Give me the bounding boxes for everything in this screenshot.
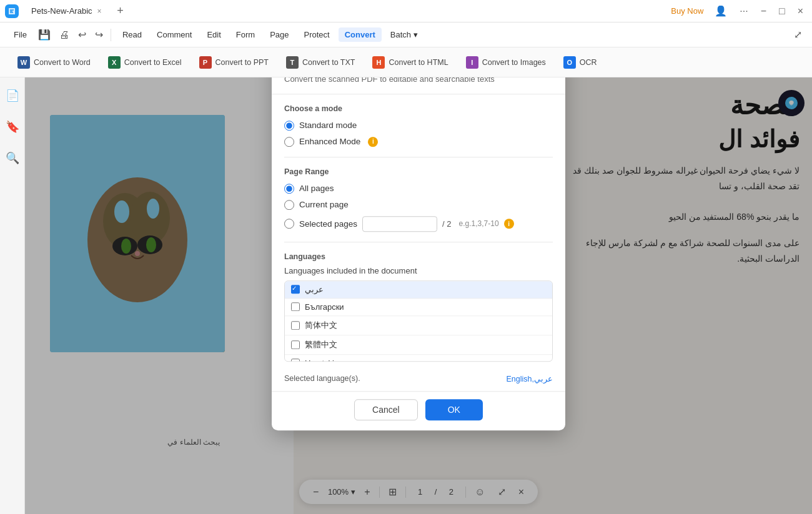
- menu-convert[interactable]: Convert: [339, 27, 382, 42]
- convert-to-excel-button[interactable]: X Convert to Excel: [101, 52, 189, 72]
- user-icon[interactable]: 👤: [711, 4, 731, 18]
- enhanced-mode-option[interactable]: Enhanced Mode i: [284, 137, 553, 147]
- sidebar-bookmarks-icon[interactable]: 🔖: [2, 116, 23, 137]
- minimize-button[interactable]: −: [757, 4, 770, 18]
- excel-icon: X: [108, 56, 121, 69]
- convert-html-label: Convert to HTML: [389, 58, 448, 67]
- save-icon[interactable]: 💾: [36, 26, 53, 43]
- menu-edit[interactable]: Edit: [201, 27, 227, 42]
- enhanced-mode-radio[interactable]: [284, 137, 294, 147]
- word-icon: W: [17, 56, 30, 69]
- lang-item-traditional-chinese[interactable]: 繁體中文: [285, 335, 552, 355]
- redo-icon[interactable]: ↪: [92, 26, 106, 43]
- arabic-checkbox[interactable]: [291, 285, 300, 294]
- convert-to-images-button[interactable]: I Convert to Images: [458, 52, 553, 72]
- page-range-section-label: Page Range: [284, 167, 553, 176]
- selected-pages-row: Selected pages / 2 e.g.1,3,7-10 i: [284, 216, 553, 232]
- expand-view-icon[interactable]: ⤢: [791, 26, 805, 43]
- ocr-icon: O: [563, 56, 576, 69]
- standard-mode-option[interactable]: Standard mode: [284, 121, 553, 131]
- html-icon: H: [372, 56, 385, 69]
- traditional-chinese-label: 繁體中文: [305, 339, 337, 350]
- selected-pages-radio[interactable]: [284, 219, 294, 229]
- ocr-label: OCR: [580, 58, 597, 67]
- current-page-radio[interactable]: [284, 200, 294, 210]
- current-page-label: Current page: [299, 200, 349, 209]
- enhanced-mode-label: Enhanced Mode: [299, 137, 360, 146]
- maximize-button[interactable]: □: [775, 4, 789, 18]
- convert-images-label: Convert to Images: [482, 58, 546, 67]
- languages-included-label: Languages included in the document: [284, 266, 553, 275]
- languages-section: Languages Languages included in the docu…: [284, 252, 553, 362]
- convert-toolbar: W Convert to Word X Convert to Excel P C…: [0, 47, 812, 77]
- lang-item-simplified-chinese[interactable]: 简体中文: [285, 316, 552, 335]
- page-range-input[interactable]: [362, 216, 437, 232]
- close-window-button[interactable]: ×: [794, 4, 807, 18]
- main-content: 📄 🔖 🔍: [0, 77, 812, 514]
- lang-item-arabic[interactable]: عربي: [285, 281, 552, 299]
- arabic-label: عربي: [305, 285, 324, 294]
- page-example-hint: e.g.1,3,7-10: [459, 219, 499, 228]
- simplified-chinese-checkbox[interactable]: [291, 321, 300, 330]
- buy-now-link[interactable]: Buy Now: [671, 6, 703, 16]
- new-tab-button[interactable]: +: [112, 2, 129, 20]
- current-page-option[interactable]: Current page: [284, 200, 553, 210]
- ok-button[interactable]: OK: [425, 399, 483, 420]
- menu-comment[interactable]: Comment: [151, 27, 198, 42]
- selected-pages-label: Selected pages: [299, 219, 357, 229]
- tab-close-icon[interactable]: ×: [97, 7, 102, 16]
- languages-section-label: Languages: [284, 252, 553, 261]
- sidebar-pages-icon[interactable]: 📄: [2, 85, 23, 106]
- txt-icon: T: [286, 56, 299, 69]
- croatian-label: Hrvatski: [305, 358, 334, 362]
- lang-item-bulgarian[interactable]: Български: [285, 299, 552, 316]
- images-icon: I: [466, 56, 478, 69]
- convert-to-html-button[interactable]: H Convert to HTML: [365, 52, 455, 72]
- sidebar-search-icon[interactable]: 🔍: [2, 147, 23, 169]
- traditional-chinese-checkbox[interactable]: [291, 340, 300, 349]
- menu-batch[interactable]: Batch ▾: [384, 27, 424, 42]
- undo-icon[interactable]: ↩: [76, 26, 89, 43]
- simplified-chinese-label: 简体中文: [305, 320, 337, 331]
- language-list[interactable]: عربي Български 简体中文 繁體中文: [284, 280, 553, 362]
- cancel-button[interactable]: Cancel: [354, 399, 418, 420]
- active-tab[interactable]: Pets-New-Arabic ×: [24, 4, 109, 18]
- convert-word-label: Convert to Word: [34, 58, 91, 67]
- convert-to-txt-button[interactable]: T Convert to TXT: [279, 52, 363, 72]
- all-pages-option[interactable]: All pages: [284, 184, 553, 194]
- standard-mode-radio[interactable]: [284, 121, 294, 131]
- titlebar: Pets-New-Arabic × + Buy Now 👤 ··· − □ ×: [0, 0, 812, 22]
- app-icon: [5, 4, 19, 18]
- all-pages-radio[interactable]: [284, 184, 294, 194]
- pdf-viewer: يبحث العلماء في الصحة فوائد ال لا شيء يض…: [25, 77, 812, 514]
- menu-page[interactable]: Page: [264, 27, 295, 42]
- lang-item-croatian[interactable]: Hrvatski: [285, 355, 552, 362]
- modal-header-divider: [272, 94, 565, 94]
- convert-txt-label: Convert to TXT: [302, 58, 355, 67]
- modal-footer: Cancel OK: [272, 391, 565, 430]
- menu-read[interactable]: Read: [116, 27, 148, 42]
- modal-subtitle: Convert the scanned PDF to editable and …: [272, 77, 565, 94]
- bulgarian-label: Български: [305, 302, 344, 312]
- menu-file[interactable]: File: [7, 27, 33, 42]
- bulgarian-checkbox[interactable]: [291, 302, 300, 311]
- mode-radio-group: Standard mode Enhanced Mode i: [284, 121, 553, 147]
- all-pages-label: All pages: [299, 184, 334, 193]
- selected-langs-static-label: Selected language(s).: [284, 374, 360, 383]
- menu-form[interactable]: Form: [230, 27, 261, 42]
- selected-pages-option[interactable]: Selected pages: [284, 219, 357, 229]
- modal-body: Choose a mode Standard mode Enhanced Mod…: [272, 104, 565, 386]
- convert-to-word-button[interactable]: W Convert to Word: [10, 52, 98, 72]
- sidebar: 📄 🔖 🔍: [0, 77, 25, 514]
- convert-to-ppt-button[interactable]: P Convert to PPT: [192, 52, 276, 72]
- menubar: File 💾 🖨 ↩ ↪ Read Comment Edit Form Page…: [0, 22, 812, 47]
- page-range-info-icon[interactable]: i: [504, 219, 514, 229]
- menu-protect[interactable]: Protect: [298, 27, 336, 42]
- menu-divider: [111, 29, 111, 41]
- more-options-icon[interactable]: ···: [736, 4, 751, 18]
- print-icon[interactable]: 🖨: [57, 27, 72, 43]
- enhanced-mode-info-icon[interactable]: i: [368, 137, 378, 147]
- convert-ocr-button[interactable]: O OCR: [556, 52, 605, 72]
- croatian-checkbox[interactable]: [291, 358, 300, 362]
- selected-langs-values: English,عربي: [507, 374, 553, 383]
